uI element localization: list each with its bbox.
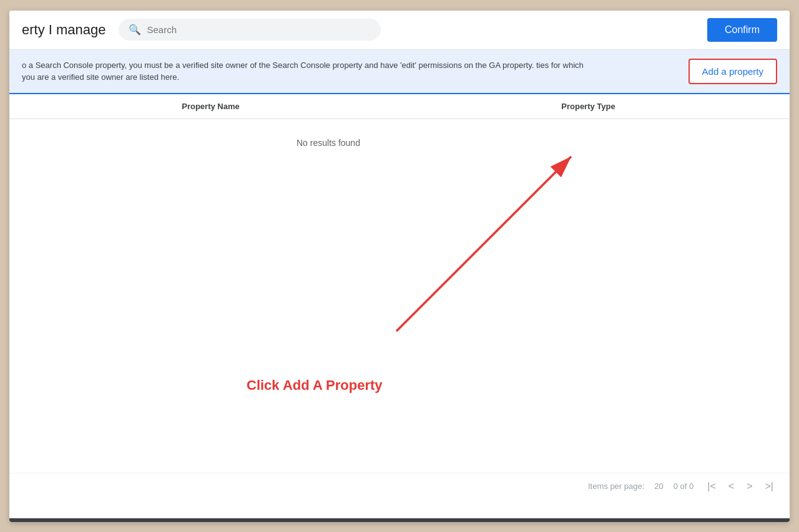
main-content: Property Name Property Type No results f… xyxy=(9,94,790,518)
no-results-message: No results found xyxy=(9,119,790,167)
info-text: o a Search Console property, you must be… xyxy=(22,59,584,84)
search-input[interactable] xyxy=(147,24,371,35)
pagination-next-button[interactable]: > xyxy=(743,480,756,493)
search-icon: 🔍 xyxy=(129,24,141,36)
search-box: 🔍 xyxy=(119,19,381,41)
pagination-first-button[interactable]: |< xyxy=(703,480,720,493)
pagination-bar: Items per page: 20 0 of 0 |< < > >| xyxy=(9,473,790,500)
pagination-controls: |< < > >| xyxy=(703,480,777,493)
col-property-name-header: Property Name xyxy=(22,102,400,111)
info-bar: o a Search Console property, you must be… xyxy=(9,50,790,94)
bottom-bar xyxy=(9,518,790,522)
page-title: erty I manage xyxy=(22,22,106,38)
pagination-count: 0 of 0 xyxy=(674,481,694,491)
table-header: Property Name Property Type xyxy=(9,94,790,119)
items-per-page-label: Items per page: xyxy=(588,481,644,491)
top-bar-left: erty I manage 🔍 xyxy=(22,19,381,41)
top-bar: erty I manage 🔍 Confirm xyxy=(9,11,790,50)
confirm-button[interactable]: Confirm xyxy=(707,18,777,42)
table-body: No results found Items per page: 20 0 of… xyxy=(9,119,790,518)
svg-line-1 xyxy=(396,157,571,331)
annotation-overlay: Click Add A Property xyxy=(9,119,790,518)
pagination-last-button[interactable]: >| xyxy=(762,480,778,493)
add-property-button[interactable]: Add a property xyxy=(689,59,777,84)
pagination-prev-button[interactable]: < xyxy=(725,480,738,493)
click-label: Click Add A Property xyxy=(247,377,383,394)
items-per-page-value: 20 xyxy=(654,481,663,491)
col-property-type-header: Property Type xyxy=(400,102,777,111)
